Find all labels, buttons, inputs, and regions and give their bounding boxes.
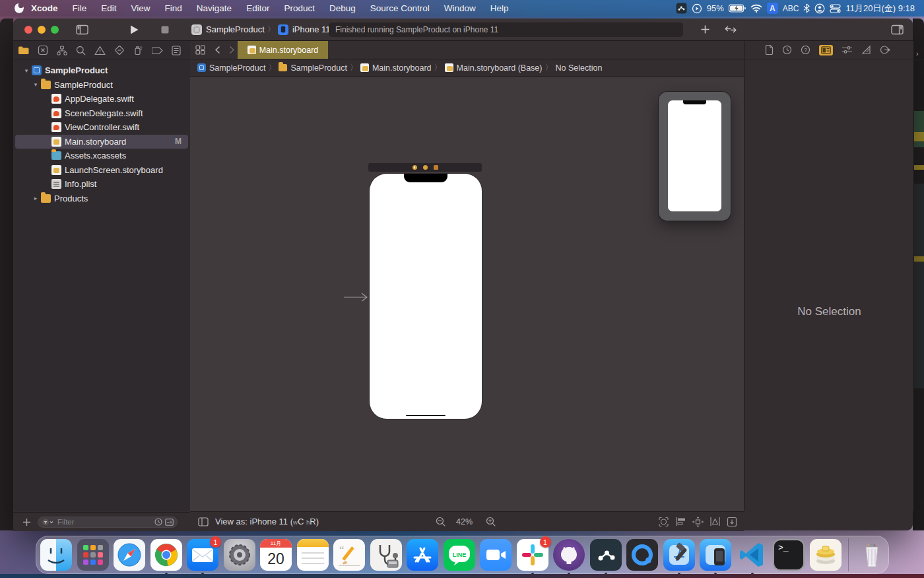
tree-row-file[interactable]: ViewController.swift [13, 120, 190, 135]
file-inspector-icon[interactable] [765, 45, 774, 55]
menu-edit[interactable]: Edit [94, 3, 123, 13]
input-source-icon[interactable]: A [767, 3, 778, 14]
minimize-window-button[interactable] [38, 26, 46, 34]
menu-navigate[interactable]: Navigate [189, 3, 239, 13]
filter-input[interactable] [56, 517, 138, 526]
editor-options-button[interactable] [724, 25, 737, 34]
breadcrumb-group[interactable]: SampleProduct [290, 63, 346, 73]
menu-editor[interactable]: Editor [239, 3, 277, 13]
connections-inspector-icon[interactable] [880, 45, 890, 55]
user-account-icon[interactable] [814, 3, 825, 14]
zoom-out-icon[interactable] [436, 517, 446, 527]
dock-chrome-icon[interactable] [150, 539, 182, 571]
tree-row-folder[interactable]: ▾ SampleProduct [13, 78, 190, 92]
zoom-in-icon[interactable] [486, 517, 496, 527]
go-forward-icon[interactable] [229, 46, 235, 54]
bluetooth-icon[interactable] [803, 3, 810, 13]
close-window-button[interactable] [24, 26, 32, 34]
dock-simulator-icon[interactable] [700, 539, 731, 571]
resolve-autolayout-icon[interactable] [710, 517, 721, 526]
simulator-window[interactable] [659, 92, 731, 221]
battery-charging-icon[interactable] [729, 4, 746, 13]
symbol-navigator-icon[interactable] [57, 46, 67, 55]
add-constraints-icon[interactable] [692, 517, 704, 527]
control-center-icon[interactable] [830, 4, 841, 13]
breadcrumb-file[interactable]: Main.storyboard [372, 63, 432, 73]
test-navigator-icon[interactable] [114, 45, 125, 55]
identity-inspector-icon[interactable] [842, 46, 853, 54]
update-frames-icon[interactable] [658, 517, 669, 527]
dock-xcode-icon[interactable] [663, 539, 695, 571]
menu-file[interactable]: File [65, 3, 94, 13]
toggle-navigator-button[interactable] [76, 24, 88, 35]
dock-zoom-icon[interactable] [480, 539, 512, 571]
dock-quicktime-icon[interactable] [626, 539, 658, 571]
apple-menu-icon[interactable] [15, 3, 24, 13]
go-back-icon[interactable] [214, 46, 220, 54]
dock-trash-icon[interactable] [856, 539, 888, 571]
dock-mail-icon[interactable]: 1 [187, 539, 218, 571]
zoom-window-button[interactable] [51, 26, 59, 34]
dock-calendar-icon[interactable]: 11月 20 [260, 539, 292, 571]
wifi-icon[interactable] [750, 4, 762, 13]
dock-system-preferences-icon[interactable] [224, 539, 255, 571]
menu-help[interactable]: Help [483, 3, 516, 13]
storyboard-entry-point-arrow[interactable] [343, 292, 370, 303]
issue-navigator-icon[interactable] [94, 46, 106, 55]
embed-in-icon[interactable] [727, 517, 737, 527]
tree-row-project[interactable]: ▾ SampleProduct [13, 63, 190, 78]
share-node-menu-icon[interactable] [676, 3, 687, 14]
toggle-inspector-button[interactable] [891, 24, 904, 35]
dock-slack-icon[interactable]: 1 [517, 539, 548, 571]
report-navigator-icon[interactable] [172, 46, 181, 55]
dock-launchpad-icon[interactable] [77, 539, 109, 571]
dock-pages-icon[interactable]: “ [333, 539, 365, 571]
library-add-button[interactable] [700, 24, 710, 34]
related-items-icon[interactable] [195, 45, 205, 55]
dock-notes-icon[interactable] [297, 539, 329, 571]
size-inspector-icon[interactable] [861, 45, 871, 55]
breakpoint-navigator-icon[interactable] [152, 46, 163, 55]
align-constraints-icon[interactable] [675, 517, 686, 526]
dock-github-icon[interactable] [553, 539, 585, 571]
dock-terminal-icon[interactable]: >_ [773, 539, 805, 571]
menu-source-control[interactable]: Source Control [363, 3, 437, 13]
exit-icon[interactable] [434, 165, 438, 170]
run-button[interactable] [129, 24, 139, 35]
attributes-inspector-icon-selected[interactable] [819, 45, 833, 55]
add-file-button[interactable] [22, 518, 31, 526]
quick-help-inspector-icon[interactable]: ? [801, 45, 810, 55]
source-control-filter-icon[interactable] [165, 519, 174, 526]
dock-app-store-icon[interactable] [407, 539, 438, 571]
menu-window[interactable]: Window [437, 3, 483, 13]
tab-main-storyboard[interactable]: Main.storyboard [238, 41, 328, 59]
navigator-filter-field[interactable] [38, 517, 178, 528]
tree-row-file[interactable]: SceneDelegate.swift [13, 106, 190, 121]
menu-find[interactable]: Find [158, 3, 189, 13]
breadcrumb-selection[interactable]: No Selection [555, 63, 602, 73]
source-control-navigator-icon[interactable] [38, 45, 48, 55]
tree-row-file[interactable]: Assets.xcassets [13, 149, 190, 163]
tree-row-file-selected[interactable]: Main.storyboard M [15, 135, 188, 149]
project-navigator-icon[interactable] [18, 46, 29, 55]
scheme-selector[interactable]: SampleProduct [206, 24, 265, 34]
dock-sequel-ace-icon[interactable] [810, 539, 842, 571]
disclosure-open-icon[interactable]: ▾ [22, 67, 30, 74]
tree-row-file[interactable]: AppDelegate.swift [13, 92, 190, 106]
dock-diagnostics-icon[interactable] [370, 539, 402, 571]
debug-navigator-icon[interactable] [133, 45, 143, 55]
app-menu[interactable]: Xcode [24, 3, 65, 13]
dock-share-node-app-icon[interactable] [590, 539, 622, 571]
disclosure-closed-icon[interactable]: ▸ [32, 195, 40, 201]
tree-row-file[interactable]: LaunchScreen.storyboard [13, 163, 190, 178]
dock-vscode-icon[interactable] [737, 539, 768, 571]
zoom-level[interactable]: 42% [456, 517, 473, 526]
find-navigator-icon[interactable] [76, 46, 86, 55]
toggle-document-outline-icon[interactable] [198, 517, 209, 526]
menu-bar-clock[interactable]: 11月20日(金) 9:18 [845, 3, 915, 15]
view-controller-scene[interactable] [370, 174, 482, 419]
dock-finder-icon[interactable] [40, 539, 72, 571]
breadcrumb-localization[interactable]: Main.storyboard (Base) [457, 63, 543, 73]
dock-safari-icon[interactable] [114, 539, 145, 571]
view-controller-icon[interactable] [412, 165, 417, 170]
